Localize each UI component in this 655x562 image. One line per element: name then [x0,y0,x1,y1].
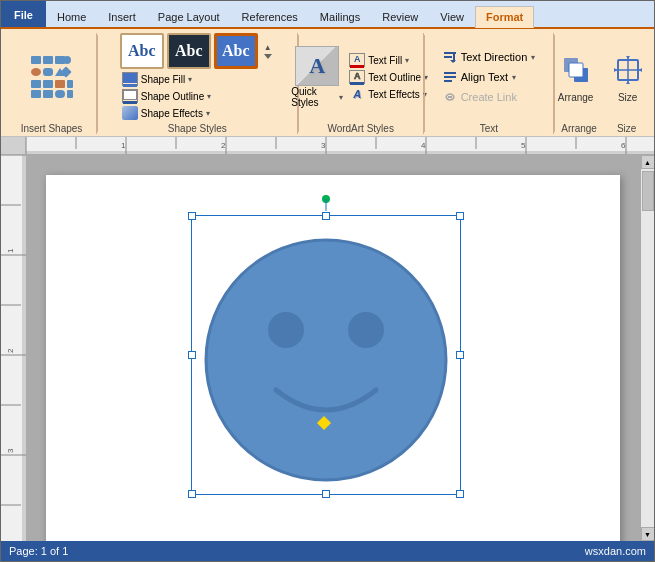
tab-file[interactable]: File [1,1,46,27]
shape-styles-label: Shape Styles [104,123,291,134]
align-text-arrow: ▾ [512,73,516,82]
effects-icon [122,106,138,120]
ruler-marks: 1 2 3 4 5 6 [26,137,654,155]
svg-text:5: 5 [521,141,526,150]
text-group-inner: Text Direction ▾ Align Text ▾ [439,48,540,106]
svg-rect-9 [43,80,53,88]
doc-row: 1 2 3 [1,155,654,541]
svg-rect-5 [43,68,53,76]
ruler-corner [1,137,26,155]
svg-rect-16 [444,52,456,54]
text-effects-icon: A [349,87,365,101]
swatch-2[interactable]: Abc [167,33,211,69]
svg-point-69 [268,312,304,348]
scroll-thumb[interactable] [642,171,654,211]
svg-rect-0 [31,56,41,64]
svg-rect-8 [31,80,41,88]
rotate-line [326,199,327,211]
document-canvas [26,155,640,541]
effects-dropdown-arrow: ▾ [206,109,210,118]
svg-text:3: 3 [6,448,15,453]
ruler-area: 1 2 3 4 5 6 [1,137,654,155]
shapes-button[interactable] [27,52,77,102]
text-fill-button[interactable]: A Text Fill ▾ [347,52,430,68]
tab-insert[interactable]: Insert [97,5,147,27]
group-insert-shapes: Insert Shapes [7,33,97,134]
group-wordart-styles: A Quick Styles ▾ A Te [299,33,424,134]
align-text-button[interactable]: Align Text ▾ [439,68,540,86]
svg-marker-19 [450,60,456,63]
svg-rect-23 [448,96,452,98]
quick-styles-icon: A [295,46,339,86]
scroll-down-button[interactable]: ▼ [641,527,655,541]
outline-color-icon [122,89,138,103]
shape-fill-button[interactable]: Shape Fill ▾ [120,71,275,87]
status-bar: Page: 1 of 1 wsxdan.com [1,541,654,561]
page-info: Page: 1 of 1 [9,545,68,557]
svg-rect-15 [67,90,73,98]
text-outline-button[interactable]: A Text Outline ▾ [347,69,430,85]
svg-rect-22 [444,80,452,82]
svg-point-3 [63,56,71,64]
text-fill-arrow: ▾ [405,56,409,65]
svg-rect-21 [444,76,456,78]
svg-rect-14 [55,90,65,98]
shape-styles-content: Abc Abc Abc ▲ [120,33,275,121]
svg-text:3: 3 [321,141,326,150]
group-arrange-size: Arrange [555,33,648,134]
app-window: File Home Insert Page Layout References … [0,0,655,562]
insert-shapes-content [27,33,77,121]
text-effects-button[interactable]: A Text Effects ▾ [347,86,430,102]
document-page[interactable] [46,175,620,541]
tab-page-layout[interactable]: Page Layout [147,5,231,27]
smiley-shape[interactable] [191,215,461,495]
svg-text:2: 2 [221,141,226,150]
main-area: 1 2 3 4 5 6 [1,137,654,541]
svg-marker-31 [639,68,642,72]
swatch-more-button[interactable]: ▲ [261,33,275,69]
fill-dropdown-arrow: ▾ [188,75,192,84]
shape-outline-button[interactable]: Shape Outline ▾ [120,88,275,104]
svg-text:4: 4 [421,141,426,150]
shape-container[interactable] [191,215,461,495]
tab-mailings[interactable]: Mailings [309,5,371,27]
ribbon-tab-row: File Home Insert Page Layout References … [1,1,654,27]
arrange-button[interactable]: Arrange [552,50,600,105]
text-fill-icon: A [349,53,365,67]
scrollbar-vertical[interactable]: ▲ ▼ [640,155,654,541]
horizontal-ruler: 1 2 3 4 5 6 [26,137,654,155]
tab-home[interactable]: Home [46,5,97,27]
swatch-1[interactable]: Abc [120,33,164,69]
size-button[interactable]: Size [604,50,652,105]
shape-effects-button[interactable]: Shape Effects ▾ [120,105,275,121]
svg-marker-30 [614,68,617,72]
create-link-button[interactable]: Create Link [439,88,540,106]
fill-color-icon [122,72,138,86]
tab-review[interactable]: Review [371,5,429,27]
swatch-3[interactable]: Abc [214,33,258,69]
tab-view[interactable]: View [429,5,475,27]
text-group-content: Text Direction ▾ Align Text ▾ [439,33,540,121]
svg-rect-17 [444,56,452,58]
tab-format[interactable]: Format [475,6,534,28]
svg-rect-10 [55,80,65,88]
align-text-icon [443,70,457,84]
quick-styles-label: Quick Styles ▾ [291,86,343,108]
svg-rect-26 [569,63,583,77]
svg-text:6: 6 [621,141,626,150]
tab-references[interactable]: References [231,5,309,27]
svg-rect-11 [67,80,73,88]
create-link-icon [443,90,457,104]
style-swatches: Abc Abc Abc ▲ [120,33,275,69]
vertical-ruler: 1 2 3 [1,155,26,541]
svg-text:1: 1 [6,248,15,253]
scroll-up-button[interactable]: ▲ [641,155,655,169]
svg-point-70 [348,312,384,348]
text-direction-button[interactable]: Text Direction ▾ [439,48,540,66]
text-direction-arrow: ▾ [531,53,535,62]
svg-rect-20 [444,72,456,74]
quick-styles-button[interactable]: A Quick Styles ▾ [291,46,343,108]
svg-marker-32 [626,56,630,59]
chevron-up-icon: ▲ [264,43,272,52]
svg-rect-13 [43,90,53,98]
